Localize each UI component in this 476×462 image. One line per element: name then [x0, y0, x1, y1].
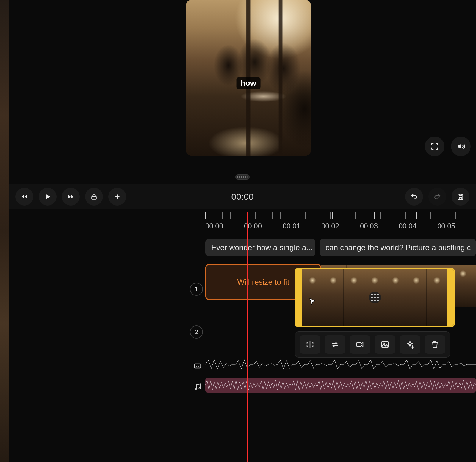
ruler-label: 00:05: [437, 222, 476, 230]
save-icon: [457, 193, 464, 201]
track-number-2[interactable]: 2: [190, 325, 203, 339]
undo-icon: [410, 193, 418, 201]
svg-point-10: [199, 387, 201, 389]
ruler-labels: 00:00 00:00 00:01 00:02 00:03 00:04 00:0…: [205, 222, 476, 230]
volume-button[interactable]: [451, 137, 471, 156]
fullscreen-button[interactable]: [425, 137, 444, 156]
split-icon: [306, 340, 314, 349]
ruler-label: 00:01: [283, 222, 321, 230]
caption-track: Ever wonder how a single a... can change…: [205, 239, 476, 256]
ruler-ticks-major: [205, 212, 476, 219]
svg-rect-0: [92, 196, 96, 199]
cursor-pointer-icon: [308, 297, 317, 306]
swap-icon: [331, 340, 339, 349]
selected-clip[interactable]: [295, 268, 455, 327]
ruler-label: 00:00: [244, 222, 283, 230]
subtitle-icon: [193, 362, 202, 370]
clip-thumbnail: [385, 269, 406, 326]
panel-drag-handle[interactable]: [235, 174, 250, 180]
sparkle-icon: [405, 340, 414, 349]
voice-waveform[interactable]: [205, 357, 476, 372]
video-icon: [356, 340, 364, 349]
fast-forward-icon: [67, 193, 75, 201]
ruler-label: 00:02: [321, 222, 360, 230]
save-button[interactable]: [452, 188, 469, 206]
clip-thumbnail: [406, 269, 427, 326]
ruler-label: 00:03: [360, 222, 399, 230]
play-button[interactable]: [39, 188, 57, 206]
clip-context-toolbar: [295, 331, 450, 358]
plus-icon: [113, 193, 121, 201]
add-button[interactable]: [108, 188, 126, 206]
rewind-icon: [21, 193, 28, 201]
image-icon: [381, 340, 389, 349]
fast-forward-button[interactable]: [62, 188, 80, 206]
undo-button[interactable]: [405, 188, 423, 206]
preview-area: how: [9, 0, 476, 177]
svg-rect-4: [382, 342, 389, 347]
clip-thumbnail: [344, 269, 364, 326]
preview-caption-word: how: [237, 77, 261, 89]
play-icon: [44, 193, 51, 201]
clip-trim-handle-right[interactable]: [447, 269, 454, 326]
music-icon: [193, 383, 202, 391]
lock-icon: [90, 193, 98, 201]
preview-frame: how: [186, 0, 311, 156]
resize-drop-label: Will resize to fit: [237, 278, 289, 287]
ruler-label: 00:00: [205, 222, 244, 230]
image-button[interactable]: [375, 335, 395, 354]
sparkle-button[interactable]: [400, 335, 420, 354]
playhead[interactable]: [247, 212, 248, 462]
clip-thumbnail: [323, 269, 344, 326]
transport-toolbar: 00:00: [9, 184, 476, 209]
waveform-graphic: [205, 378, 476, 393]
clip-trim-handle-left[interactable]: [296, 269, 302, 326]
clip-drag-grip[interactable]: [369, 292, 381, 303]
video-button[interactable]: [350, 335, 370, 354]
redo-icon: [433, 193, 441, 201]
clip-thumbnail: [427, 269, 447, 326]
timeline-panel: 00:00 00:00 00:01 00:02 00:03 00:04 00:0…: [9, 209, 476, 462]
fullscreen-icon: [430, 142, 439, 151]
svg-rect-3: [357, 343, 361, 347]
subtitle-track-icon[interactable]: [193, 361, 202, 371]
ruler-label: 00:04: [399, 222, 437, 230]
left-film-strip: [0, 0, 9, 462]
delete-clip-button[interactable]: [425, 335, 445, 354]
redo-button[interactable]: [428, 188, 446, 206]
volume-icon: [456, 142, 465, 151]
music-waveform[interactable]: [205, 378, 476, 393]
rewind-button[interactable]: [15, 188, 33, 206]
trash-icon: [430, 340, 439, 349]
swap-button[interactable]: [325, 335, 345, 354]
track-number-1[interactable]: 1: [190, 283, 203, 296]
timecode-display: 00:00: [231, 192, 253, 202]
split-clip-button[interactable]: [300, 335, 320, 354]
timeline-ruler[interactable]: 00:00 00:00 00:01 00:02 00:03 00:04 00:0…: [205, 212, 476, 233]
caption-clip[interactable]: Ever wonder how a single a...: [205, 239, 315, 256]
waveform-graphic: [205, 357, 476, 372]
caption-clip[interactable]: can change the world? Picture a bustling…: [320, 239, 476, 256]
svg-point-9: [195, 388, 197, 390]
lock-button[interactable]: [85, 188, 103, 206]
music-track-icon[interactable]: [193, 382, 202, 391]
svg-rect-6: [195, 364, 201, 368]
